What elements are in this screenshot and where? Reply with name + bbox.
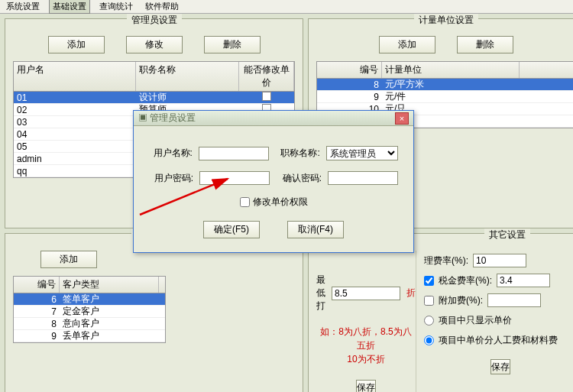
admin-add-button[interactable]: 添加 xyxy=(48,36,105,53)
modify-price-checkbox[interactable] xyxy=(240,197,250,207)
admin-dialog-title: ▣ 管理员设置 xyxy=(138,112,196,125)
password2-input[interactable] xyxy=(328,171,398,185)
other-settings-area: 其它设置 理费率(%): 税金费率(%): 附加费(%): 项 xyxy=(416,251,573,392)
addl-checkbox[interactable] xyxy=(424,296,434,306)
custtype-add-button[interactable]: 添加 xyxy=(40,251,97,268)
admin-col-role[interactable]: 职务名称 xyxy=(136,62,239,91)
menu-system[interactable]: 系统设置 xyxy=(3,0,43,13)
unit-col-name[interactable]: 计量单位 xyxy=(382,62,520,78)
panel-unit-title: 计量单位设置 xyxy=(414,14,478,27)
menu-base[interactable]: 基础设置 xyxy=(49,0,90,14)
password2-label: 确认密码: xyxy=(280,172,322,185)
admin-col-user[interactable]: 用户名 xyxy=(14,62,136,91)
panel-custtype: 客户类型 添加 编号 客户类型 6签单客户7定金客户8意向客户9丢单客户 xyxy=(5,233,303,392)
role-select[interactable]: 系统管理员 xyxy=(326,146,398,160)
menu-query[interactable]: 查询统计 xyxy=(96,0,136,13)
other-save-button[interactable]: 保存 xyxy=(490,359,510,374)
mgmt-rate-input[interactable] xyxy=(473,254,526,267)
can-edit-checkbox[interactable] xyxy=(262,92,271,101)
table-row[interactable]: 9丢单客户 xyxy=(14,330,165,342)
modify-price-label: 修改单价权限 xyxy=(253,196,308,209)
menubar: 系统设置 基础设置 查询统计 软件帮助 xyxy=(0,0,573,14)
discount-label-right: 折 xyxy=(406,287,416,300)
discount-hint: 如：8为八折，8.5为八五折 10为不折 xyxy=(316,325,416,366)
custtype-col-type[interactable]: 客户类型 xyxy=(60,277,159,293)
panel-other-title: 其它设置 xyxy=(484,228,530,241)
price-only-label: 项目中只显示单价 xyxy=(439,314,512,327)
custtype-table: 编号 客户类型 6签单客户7定金客户8意向客户9丢单客户 xyxy=(13,276,166,343)
password-input[interactable] xyxy=(199,171,270,185)
dialog-ok-button[interactable]: 确定(F5) xyxy=(203,221,260,238)
panel-other: 最低打 折 如：8为八折，8.5为八五折 10为不折 保存 其它设置 理费率(%… xyxy=(308,233,573,392)
mgmt-rate-label: 理费率(%): xyxy=(424,254,468,267)
role-label: 职称名称: xyxy=(280,147,320,160)
addl-fee-input[interactable] xyxy=(487,293,541,307)
admin-edit-button[interactable]: 修改 xyxy=(126,36,183,53)
discount-area: 最低打 折 如：8为八折，8.5为八五折 10为不折 保存 xyxy=(316,251,416,392)
tax-checkbox[interactable] xyxy=(424,276,434,286)
admin-delete-button[interactable]: 删除 xyxy=(204,36,261,53)
admin-col-can[interactable]: 能否修改单价 xyxy=(239,62,294,91)
tax-rate-input[interactable] xyxy=(497,274,550,287)
admin-dialog: ▣ 管理员设置 × 用户名称: 职称名称: 系统管理员 用户密码: 确认密码: … xyxy=(133,110,414,253)
unit-col-id[interactable]: 编号 xyxy=(317,62,382,78)
close-icon[interactable]: × xyxy=(395,112,409,125)
addl-fee-label: 附加费(%): xyxy=(439,294,483,307)
admin-dialog-titlebar[interactable]: ▣ 管理员设置 × xyxy=(134,111,413,126)
price-only-radio[interactable] xyxy=(424,316,434,326)
price-split-radio[interactable] xyxy=(424,335,434,345)
custtype-col-id[interactable]: 编号 xyxy=(14,277,60,293)
menu-help[interactable]: 软件帮助 xyxy=(142,0,182,13)
unit-delete-button[interactable]: 删除 xyxy=(457,36,513,53)
tax-rate-label: 税金费率(%): xyxy=(439,274,492,287)
discount-input[interactable] xyxy=(332,287,400,300)
discount-save-button[interactable]: 保存 xyxy=(356,380,376,392)
username-label: 用户名称: xyxy=(149,147,193,160)
price-split-label: 项目中单价分人工费和材料费 xyxy=(439,334,558,347)
unit-add-button[interactable]: 添加 xyxy=(379,36,435,53)
discount-label-left: 最低打 xyxy=(316,274,325,313)
panel-admin-title: 管理员设置 xyxy=(127,14,182,27)
password-label: 用户密码: xyxy=(149,172,193,185)
dialog-cancel-button[interactable]: 取消(F4) xyxy=(287,221,344,238)
username-input[interactable] xyxy=(199,147,269,160)
